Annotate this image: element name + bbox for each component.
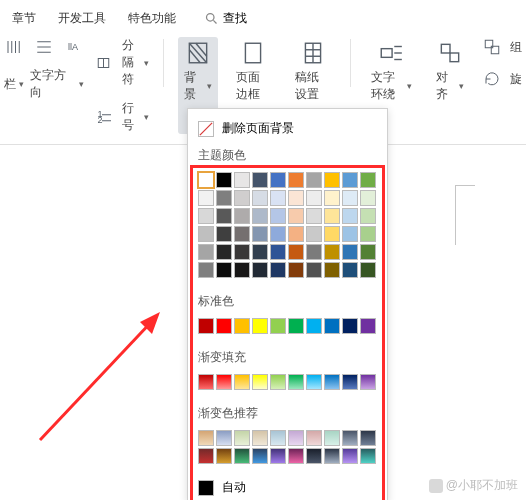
color-swatch[interactable] xyxy=(198,208,214,224)
color-swatch[interactable] xyxy=(306,244,322,260)
search-box[interactable]: 查找 xyxy=(204,10,247,27)
separator-icon[interactable] xyxy=(96,53,114,73)
color-swatch[interactable] xyxy=(198,226,214,242)
color-swatch[interactable] xyxy=(342,262,358,278)
color-swatch[interactable] xyxy=(270,226,286,242)
color-swatch[interactable] xyxy=(288,208,304,224)
color-swatch[interactable] xyxy=(342,430,358,446)
color-swatch[interactable] xyxy=(198,190,214,206)
color-swatch[interactable] xyxy=(288,190,304,206)
color-swatch[interactable] xyxy=(252,208,268,224)
color-swatch[interactable] xyxy=(306,208,322,224)
color-swatch[interactable] xyxy=(216,318,232,334)
color-swatch[interactable] xyxy=(234,190,250,206)
color-swatch[interactable] xyxy=(306,190,322,206)
color-swatch[interactable] xyxy=(216,190,232,206)
color-swatch[interactable] xyxy=(216,244,232,260)
color-swatch[interactable] xyxy=(324,448,340,464)
align-button[interactable]: 对齐▾ xyxy=(430,37,470,134)
color-swatch[interactable] xyxy=(360,208,376,224)
group-label[interactable]: 组 xyxy=(510,39,522,56)
separator-label[interactable]: 分隔符▾ xyxy=(122,37,149,88)
color-swatch[interactable] xyxy=(306,448,322,464)
color-swatch[interactable] xyxy=(324,244,340,260)
color-swatch[interactable] xyxy=(324,430,340,446)
color-swatch[interactable] xyxy=(324,318,340,334)
color-swatch[interactable] xyxy=(324,262,340,278)
color-swatch[interactable] xyxy=(270,374,286,390)
color-swatch[interactable] xyxy=(198,262,214,278)
color-swatch[interactable] xyxy=(198,244,214,260)
color-swatch[interactable] xyxy=(198,374,214,390)
color-swatch[interactable] xyxy=(198,172,214,188)
color-swatch[interactable] xyxy=(252,190,268,206)
color-swatch[interactable] xyxy=(360,190,376,206)
color-swatch[interactable] xyxy=(198,318,214,334)
color-swatch[interactable] xyxy=(324,374,340,390)
color-swatch[interactable] xyxy=(252,430,268,446)
color-swatch[interactable] xyxy=(342,244,358,260)
columns-label[interactable]: 栏▾ xyxy=(4,67,24,101)
color-swatch[interactable] xyxy=(360,262,376,278)
color-swatch[interactable] xyxy=(216,226,232,242)
lines-icon[interactable] xyxy=(34,37,54,57)
color-swatch[interactable] xyxy=(342,208,358,224)
rotate-icon[interactable] xyxy=(482,69,502,89)
color-swatch[interactable] xyxy=(342,374,358,390)
color-swatch[interactable] xyxy=(270,208,286,224)
color-swatch[interactable] xyxy=(306,262,322,278)
color-swatch[interactable] xyxy=(234,208,250,224)
color-swatch[interactable] xyxy=(306,172,322,188)
color-swatch[interactable] xyxy=(252,226,268,242)
auto-color-item[interactable]: 自动 xyxy=(188,474,387,500)
color-swatch[interactable] xyxy=(288,318,304,334)
color-swatch[interactable] xyxy=(360,430,376,446)
color-swatch[interactable] xyxy=(360,172,376,188)
columns-icon[interactable] xyxy=(4,37,24,57)
color-swatch[interactable] xyxy=(288,172,304,188)
color-swatch[interactable] xyxy=(288,430,304,446)
rotate-label[interactable]: 旋 xyxy=(510,71,522,88)
color-swatch[interactable] xyxy=(360,448,376,464)
color-swatch[interactable] xyxy=(288,448,304,464)
color-swatch[interactable] xyxy=(324,208,340,224)
color-swatch[interactable] xyxy=(234,172,250,188)
color-swatch[interactable] xyxy=(252,318,268,334)
color-swatch[interactable] xyxy=(234,374,250,390)
group-icon[interactable] xyxy=(482,37,502,57)
color-swatch[interactable] xyxy=(270,262,286,278)
color-swatch[interactable] xyxy=(216,172,232,188)
color-swatch[interactable] xyxy=(306,226,322,242)
color-swatch[interactable] xyxy=(270,190,286,206)
remove-background-item[interactable]: 删除页面背景 xyxy=(188,115,387,142)
color-swatch[interactable] xyxy=(342,172,358,188)
color-swatch[interactable] xyxy=(252,172,268,188)
color-swatch[interactable] xyxy=(216,448,232,464)
color-swatch[interactable] xyxy=(342,448,358,464)
color-swatch[interactable] xyxy=(252,448,268,464)
color-swatch[interactable] xyxy=(306,318,322,334)
color-swatch[interactable] xyxy=(270,430,286,446)
lineno-icon[interactable]: 12 xyxy=(96,107,114,127)
color-swatch[interactable] xyxy=(252,244,268,260)
color-swatch[interactable] xyxy=(216,262,232,278)
color-swatch[interactable] xyxy=(360,374,376,390)
color-swatch[interactable] xyxy=(324,190,340,206)
color-swatch[interactable] xyxy=(270,318,286,334)
color-swatch[interactable] xyxy=(342,190,358,206)
color-swatch[interactable] xyxy=(234,226,250,242)
color-swatch[interactable] xyxy=(234,244,250,260)
color-swatch[interactable] xyxy=(198,448,214,464)
color-swatch[interactable] xyxy=(270,172,286,188)
color-swatch[interactable] xyxy=(234,262,250,278)
color-swatch[interactable] xyxy=(234,318,250,334)
tab-chapters[interactable]: 章节 xyxy=(10,6,38,31)
color-swatch[interactable] xyxy=(360,244,376,260)
color-swatch[interactable] xyxy=(324,172,340,188)
color-swatch[interactable] xyxy=(342,318,358,334)
textdir-label[interactable]: 文字方向▾ xyxy=(30,67,84,101)
color-swatch[interactable] xyxy=(270,448,286,464)
color-swatch[interactable] xyxy=(342,226,358,242)
lineno-label[interactable]: 行号▾ xyxy=(122,100,149,134)
color-swatch[interactable] xyxy=(252,262,268,278)
